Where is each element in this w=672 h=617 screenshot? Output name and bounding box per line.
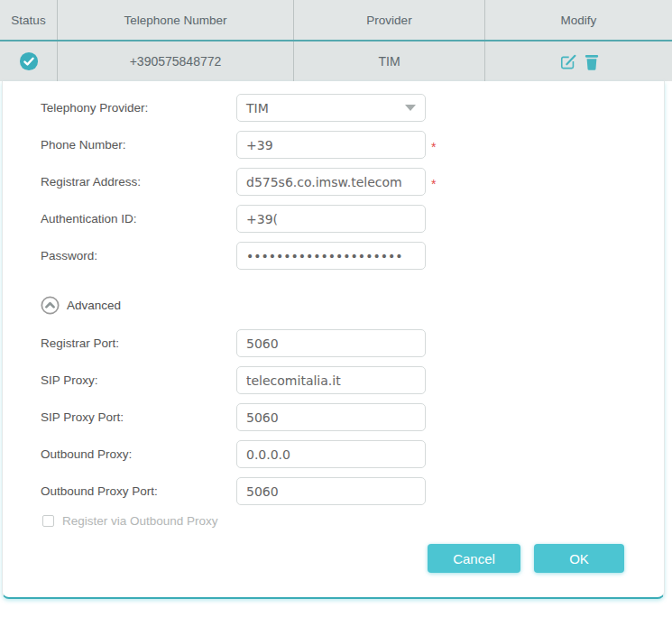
form-row-sip-proxy-port: SIP Proxy Port: — [41, 403, 664, 431]
phone-number-label: Phone Number: — [41, 138, 236, 152]
password-input[interactable] — [236, 242, 426, 270]
status-cell — [0, 41, 57, 81]
outbound-proxy-port-label: Outbound Proxy Port: — [41, 484, 236, 498]
required-asterisk: * — [431, 177, 436, 191]
phone-number-input[interactable] — [236, 131, 426, 159]
voip-settings-screen: Status Telephone Number Provider Modify … — [0, 0, 672, 617]
form-row-outbound-proxy: Outbound Proxy: — [41, 440, 664, 468]
sip-account-edit-panel: Telephony Provider: TIM Phone Number: * … — [2, 81, 665, 599]
status-registered-icon — [19, 51, 39, 71]
advanced-toggle[interactable]: Advanced — [41, 295, 664, 315]
form-row-sip-proxy: SIP Proxy: — [41, 366, 664, 394]
cancel-button[interactable]: Cancel — [428, 544, 520, 573]
form-row-registrar-address: Registrar Address: * — [41, 168, 664, 196]
form-row-phone-number: Phone Number: * — [41, 131, 664, 159]
edit-icon[interactable] — [559, 53, 576, 70]
telephone-number-cell: +390575848772 — [57, 41, 293, 81]
authentication-id-input[interactable] — [236, 205, 426, 233]
outbound-proxy-label: Outbound Proxy: — [41, 447, 236, 461]
telephony-provider-select[interactable]: TIM — [236, 94, 426, 122]
authentication-id-label: Authentication ID: — [41, 212, 236, 226]
header-cell-modify: Modify — [484, 0, 672, 40]
registrar-port-input[interactable] — [236, 329, 426, 357]
header-cell-status: Status — [0, 0, 57, 40]
outbound-proxy-input[interactable] — [236, 440, 426, 468]
chevron-down-icon — [405, 105, 416, 111]
password-label: Password: — [41, 249, 236, 262]
sip-proxy-port-label: SIP Proxy Port: — [41, 410, 236, 424]
form-actions: Cancel OK — [3, 544, 664, 573]
registrar-address-label: Registrar Address: — [41, 175, 236, 189]
outbound-proxy-port-input[interactable] — [236, 477, 426, 505]
registrar-address-input[interactable] — [236, 168, 426, 196]
header-cell-telephone-number: Telephone Number — [57, 0, 293, 40]
delete-icon[interactable] — [585, 53, 599, 70]
modify-cell — [484, 41, 672, 81]
required-asterisk: * — [431, 140, 436, 154]
form-row-registrar-port: Registrar Port: — [41, 329, 664, 357]
sip-proxy-label: SIP Proxy: — [41, 373, 236, 387]
sip-proxy-input[interactable] — [236, 366, 426, 394]
header-cell-provider: Provider — [293, 0, 484, 40]
form-row-telephony-provider: Telephony Provider: TIM — [41, 94, 664, 122]
telephony-provider-value: TIM — [246, 101, 269, 115]
ok-button[interactable]: OK — [534, 544, 624, 573]
form-row-password: Password: — [41, 242, 664, 270]
registrar-port-label: Registrar Port: — [41, 336, 236, 350]
provider-cell: TIM — [293, 41, 484, 81]
register-via-outbound-proxy-checkbox[interactable] — [42, 515, 54, 527]
table-row: +390575848772 TIM — [0, 40, 672, 81]
register-via-outbound-proxy-label: Register via Outbound Proxy — [62, 514, 218, 528]
advanced-label: Advanced — [67, 299, 121, 312]
register-via-outbound-proxy-row: Register via Outbound Proxy — [42, 514, 664, 528]
sip-proxy-port-input[interactable] — [236, 403, 426, 431]
telephony-provider-label: Telephony Provider: — [41, 101, 236, 115]
form-row-authentication-id: Authentication ID: — [41, 205, 664, 233]
form-row-outbound-proxy-port: Outbound Proxy Port: — [41, 477, 664, 505]
chevron-up-circle-icon — [41, 296, 60, 315]
table-header: Status Telephone Number Provider Modify — [0, 0, 672, 40]
